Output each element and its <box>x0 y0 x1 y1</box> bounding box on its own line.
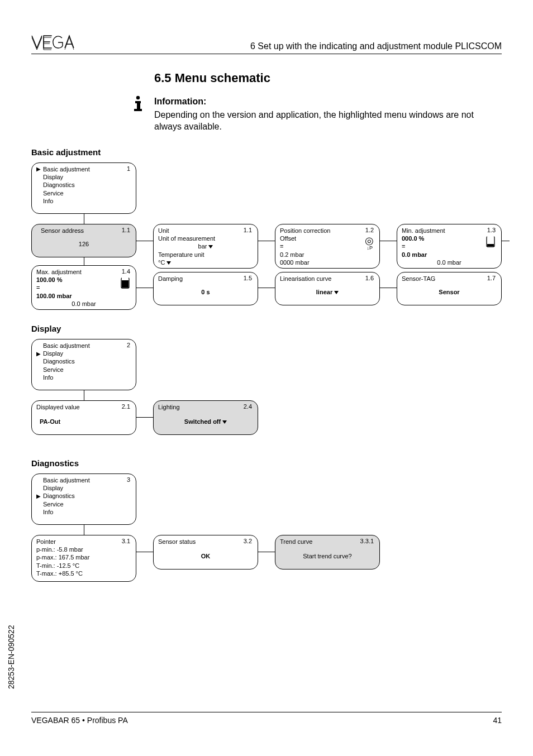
subheading-basic: Basic adjustment <box>31 147 502 157</box>
node-num: 1.1 <box>122 226 130 234</box>
node-num: 3.2 <box>244 537 252 545</box>
node-max-adjustment: 1.4 Max. adjustment 100.00 % = 100.00 mb… <box>31 265 136 310</box>
node-line: 0000 mbar <box>280 259 375 266</box>
node-value: Switched off <box>184 418 227 425</box>
info-icon <box>132 95 154 133</box>
node-value: 0 s <box>201 289 210 295</box>
node-damping: 1.5 Damping 0 s <box>153 272 258 305</box>
document-id: 28253-EN-090522 <box>7 625 16 689</box>
menu-num: 2 <box>127 341 130 349</box>
node-title: Min. adjustment <box>402 227 497 235</box>
menu-num: 3 <box>127 476 130 484</box>
node-num: 1.3 <box>487 226 496 234</box>
node-num: 1.2 <box>365 226 374 234</box>
tank-low-icon <box>486 236 496 250</box>
node-line: Offset <box>280 235 375 242</box>
node-title: Unit <box>158 227 253 235</box>
svg-rect-5 <box>122 280 129 288</box>
node-sensor-address: 1.1 Sensor address 126 <box>31 224 136 257</box>
node-line: °C <box>158 259 171 266</box>
node-trend-curve: 3.3.1 Trend curve Start trend curve? <box>275 535 380 570</box>
node-value: Sensor <box>439 289 459 295</box>
node-line: p-max.: 167.5 mbar <box>36 553 131 561</box>
svg-rect-2 <box>137 101 140 110</box>
footer-left: VEGABAR 65 • Profibus PA <box>31 716 128 725</box>
pointer-icon: ▶ <box>36 350 41 357</box>
gauge-icon: ◎ <box>365 236 374 246</box>
footer-page-number: 41 <box>493 716 502 725</box>
node-title: Max. adjustment <box>36 268 131 276</box>
pointer-icon: ▶ <box>36 492 41 500</box>
node-line: = <box>36 284 131 291</box>
node-num: 2.4 <box>244 403 252 410</box>
node-line: 100.00 % <box>36 276 62 283</box>
menu-item: Diagnostics <box>43 181 75 189</box>
node-unit: 1.1 Unit Unit of measurement bar Tempera… <box>153 224 258 269</box>
menu-item: Display <box>43 173 63 181</box>
menu-item: Service <box>43 366 64 374</box>
node-pointer: 3.1 Pointer p-min.: -5.8 mbar p-max.: 16… <box>31 535 136 582</box>
node-lighting: 2.4 Lighting Switched off <box>153 400 258 435</box>
node-value: OK <box>201 553 211 559</box>
menu-item: Info <box>43 508 53 516</box>
menu-num: 1 <box>127 165 130 173</box>
menu-root-display: 2 ▶Basic adjustment ▶Display ▶Diagnostic… <box>31 339 136 390</box>
node-linearisation: 1.6 Linearisation curve linear <box>275 272 380 305</box>
section-title: 6.5 Menu schematic <box>154 71 502 85</box>
menu-root-diagnostics: 3 ▶Basic adjustment ▶Display ▶Diagnostic… <box>31 473 136 525</box>
node-position-correction: 1.2 ◎ ↓P Position correction Offset = 0.… <box>275 224 380 269</box>
node-line: 0.0 mbar <box>36 300 131 308</box>
pressure-marker-icon: ↓P <box>367 246 373 251</box>
node-line: p-min.: -5.8 mbar <box>36 546 131 553</box>
node-num: 3.1 <box>122 537 130 545</box>
menu-item: Info <box>43 374 53 381</box>
pointer-icon: ▶ <box>36 165 41 173</box>
node-line: 0.0 mbar <box>402 259 497 266</box>
tank-high-icon <box>120 277 130 291</box>
node-min-adjustment: 1.3 Min. adjustment 000.0 % = 0.0 mbar 0… <box>397 224 502 269</box>
info-body: Depending on the version and application… <box>154 109 502 133</box>
node-title: Position correction <box>280 227 375 235</box>
node-title: Linearisation curve <box>280 275 375 283</box>
menu-item: Basic adjustment <box>43 476 90 484</box>
node-line: 0.0 mbar <box>402 251 427 258</box>
node-num: 1.6 <box>365 274 374 282</box>
menu-item: Display <box>43 484 63 492</box>
svg-point-0 <box>136 96 140 99</box>
node-value: PA-Out <box>40 418 60 425</box>
node-line: Temperature unit <box>158 251 253 259</box>
node-line: = <box>402 242 497 250</box>
node-value: linear <box>316 289 339 295</box>
info-heading: Information: <box>154 95 502 108</box>
menu-item: Service <box>43 500 64 508</box>
subheading-display: Display <box>31 324 502 333</box>
node-line: 0.2 mbar <box>280 251 375 259</box>
node-num: 3.3.1 <box>360 537 374 545</box>
node-title: Pointer <box>36 538 131 546</box>
vega-logo <box>31 34 87 52</box>
node-line: Unit of measurement <box>158 235 253 242</box>
node-num: 1.1 <box>244 226 252 234</box>
node-title: Damping <box>158 275 253 283</box>
subheading-diagnostics: Diagnostics <box>31 458 502 468</box>
menu-item: Service <box>43 189 64 197</box>
svg-rect-4 <box>487 244 494 246</box>
node-num: 1.7 <box>487 274 496 282</box>
node-title: Sensor address <box>41 227 131 235</box>
node-line: T-max.: +85.5 °C <box>36 570 131 577</box>
svg-rect-3 <box>134 109 142 111</box>
menu-item: Diagnostics <box>43 492 75 500</box>
menu-item: Display <box>43 350 63 357</box>
node-title: Displayed value <box>36 403 131 411</box>
node-num: 2.1 <box>122 403 130 410</box>
node-num: 1.4 <box>122 267 130 275</box>
menu-item: Diagnostics <box>43 357 75 365</box>
node-line: bar <box>198 243 213 250</box>
menu-root-basic: 1 ▶Basic adjustment ▶Display ▶Diagnostic… <box>31 162 136 214</box>
node-line: 100.00 mbar <box>36 293 72 299</box>
menu-item: Info <box>43 197 53 205</box>
header-chapter-title: 6 Set up with the indicating and adjustm… <box>87 41 502 52</box>
node-title: Sensor status <box>158 538 253 546</box>
node-sensor-tag: 1.7 Sensor-TAG Sensor <box>397 272 502 305</box>
node-title: Sensor-TAG <box>402 275 497 283</box>
